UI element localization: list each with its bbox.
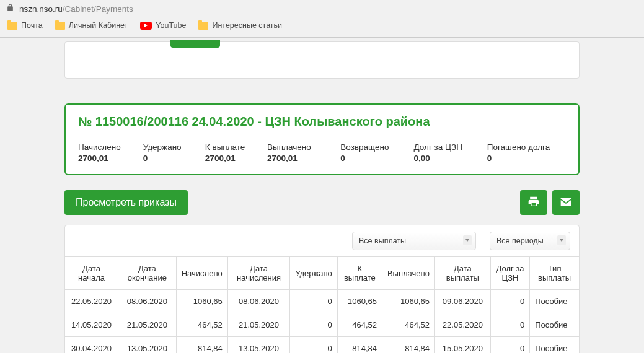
summary-label: Возвращено — [340, 142, 408, 152]
col-debt: Долг за ЦЗН — [490, 257, 529, 290]
table-cell: Пособие — [530, 313, 579, 337]
col-accrual-date: Дата начисления — [227, 257, 289, 290]
summary-label: Начислено — [78, 142, 138, 152]
payments-filter-select[interactable]: Все выплаты — [352, 232, 476, 250]
table-cell: 1060,65 — [337, 290, 382, 313]
col-accrued: Начислено — [176, 257, 227, 290]
folder-icon — [55, 22, 65, 30]
table-cell: 09.06.2020 — [434, 290, 490, 313]
summary-topay: К выплате2700,01 — [205, 142, 267, 163]
table-cell: 21.05.2020 — [118, 313, 177, 337]
mail-icon — [560, 196, 572, 210]
table-row: 14.05.202021.05.2020464,5221.05.20200464… — [65, 313, 579, 337]
summary-label: Выплачено — [267, 142, 335, 152]
print-button[interactable] — [520, 190, 547, 215]
summary-label: Удержано — [143, 142, 200, 152]
summary-value: 2700,01 — [267, 154, 335, 163]
table-cell: 13.05.2020 — [227, 337, 289, 354]
table-cell: Пособие — [530, 290, 579, 313]
bookmark-articles[interactable]: Интересные статьи — [198, 21, 282, 30]
filters-row: Все выплаты Все периоды — [65, 225, 579, 256]
table-row: 30.04.202013.05.2020814,8413.05.20200814… — [65, 337, 579, 354]
table-cell: 13.05.2020 — [118, 337, 177, 354]
table-cell: 0 — [290, 337, 338, 354]
browser-chrome: nszn.nso.ru/Cabinet/Payments Почта Личны… — [0, 0, 644, 38]
previous-card-fragment — [64, 41, 580, 79]
lock-icon — [6, 4, 14, 14]
mail-button[interactable] — [552, 190, 580, 215]
summary-debt: Долг за ЦЗН0,00 — [414, 142, 487, 163]
bookmark-label: YouTube — [156, 21, 186, 30]
chevron-down-icon — [557, 235, 566, 245]
table-cell: 08.06.2020 — [118, 290, 177, 313]
table-cell: 22.05.2020 — [65, 290, 118, 313]
col-start-date: Дата начала — [65, 257, 118, 290]
view-orders-button[interactable]: Просмотреть приказы — [64, 190, 188, 215]
table-cell: Пособие — [530, 337, 579, 354]
print-icon — [527, 196, 540, 210]
summary-label: Погашено долга — [487, 142, 561, 152]
bookmark-label: Почта — [21, 21, 43, 30]
summary-value: 0 — [340, 154, 408, 163]
summary-title: № 1150016/200116 24.04.2020 - ЦЗН Колыва… — [78, 115, 566, 129]
col-withheld: Удержано — [290, 257, 338, 290]
table-cell: 0 — [490, 337, 529, 354]
summary-value: 0 — [143, 154, 200, 163]
bookmark-cabinet[interactable]: Личный Кабинет — [55, 21, 128, 30]
payments-table: Дата начала Дата окончание Начислено Дат… — [65, 256, 579, 353]
col-type: Тип выплаты — [530, 257, 579, 290]
table-cell: 814,84 — [176, 337, 227, 354]
table-cell: 30.04.2020 — [65, 337, 118, 354]
youtube-icon — [140, 22, 152, 30]
bookmark-mail[interactable]: Почта — [7, 21, 43, 30]
folder-icon — [7, 22, 17, 30]
table-cell: 814,84 — [337, 337, 382, 354]
actions-row: Просмотреть приказы — [64, 190, 580, 215]
button-fragment — [170, 40, 220, 48]
bookmark-youtube[interactable]: YouTube — [140, 21, 186, 30]
summary-returned: Возвращено0 — [340, 142, 413, 163]
table-cell: 464,52 — [337, 313, 382, 337]
table-cell: 0 — [290, 313, 338, 337]
summary-row: Начислено2700,01 Удержано0 К выплате2700… — [78, 142, 566, 163]
col-topay: К выплате — [337, 257, 382, 290]
table-cell: 22.05.2020 — [434, 313, 490, 337]
summary-label: Долг за ЦЗН — [414, 142, 482, 152]
summary-card: № 1150016/200116 24.04.2020 - ЦЗН Колыва… — [64, 103, 580, 175]
col-end-date: Дата окончание — [118, 257, 177, 290]
url-bar[interactable]: nszn.nso.ru/Cabinet/Payments — [0, 2, 644, 17]
table-row: 22.05.202008.06.20201060,6508.06.2020010… — [65, 290, 579, 313]
col-pay-date: Дата выплаты — [434, 257, 490, 290]
select-value: Все периоды — [496, 237, 544, 245]
summary-value: 0,00 — [414, 154, 482, 163]
table-cell: 0 — [490, 290, 529, 313]
table-cell: 08.06.2020 — [227, 290, 289, 313]
summary-value: 0 — [487, 154, 561, 163]
bookmark-label: Интересные статьи — [212, 21, 282, 30]
table-cell: 0 — [290, 290, 338, 313]
table-cell: 464,52 — [382, 313, 434, 337]
table-cell: 15.05.2020 — [434, 337, 490, 354]
folder-icon — [198, 22, 208, 30]
summary-withheld: Удержано0 — [143, 142, 205, 163]
table-cell: 14.05.2020 — [65, 313, 118, 337]
table-header-row: Дата начала Дата окончание Начислено Дат… — [65, 257, 579, 290]
table-cell: 1060,65 — [176, 290, 227, 313]
table-cell: 464,52 — [176, 313, 227, 337]
periods-filter-select[interactable]: Все периоды — [490, 232, 570, 250]
select-value: Все выплаты — [359, 237, 406, 245]
table-cell: 1060,65 — [382, 290, 434, 313]
summary-debt-paid: Погашено долга0 — [487, 142, 566, 163]
summary-value: 2700,01 — [205, 154, 262, 163]
bookmarks-bar: Почта Личный Кабинет YouTube Интересные … — [0, 17, 644, 35]
table-cell: 0 — [490, 313, 529, 337]
col-paid: Выплачено — [382, 257, 434, 290]
summary-accrued: Начислено2700,01 — [78, 142, 143, 163]
chevron-down-icon — [463, 235, 472, 245]
url-text: nszn.nso.ru/Cabinet/Payments — [19, 4, 133, 14]
table-cell: 814,84 — [382, 337, 434, 354]
summary-paid: Выплачено2700,01 — [267, 142, 340, 163]
bookmark-label: Личный Кабинет — [69, 21, 128, 30]
summary-value: 2700,01 — [78, 154, 138, 163]
payments-table-card: Все выплаты Все периоды Дата начала Дата… — [64, 225, 580, 353]
